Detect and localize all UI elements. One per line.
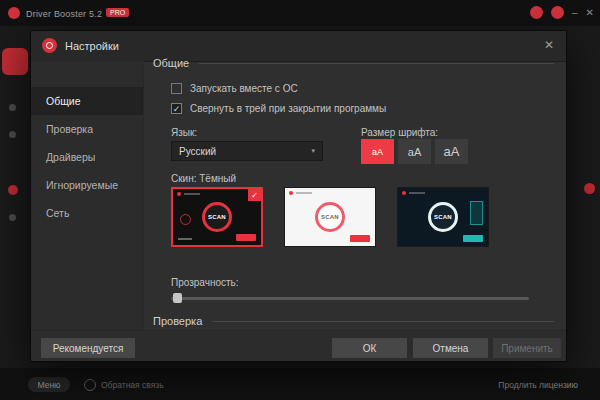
mini-scan-button: SCAN (202, 202, 232, 232)
rescue-center-button (2, 48, 28, 75)
mini-side-panel (470, 201, 483, 225)
settings-sidebar: Общие Проверка Драйверы Игнорируемые Сет… (31, 61, 144, 331)
language-selected-value: Русский (179, 146, 216, 157)
sidebar-item-network[interactable]: Сеть (31, 199, 143, 227)
font-size-large-button[interactable]: аА (435, 139, 468, 164)
mini-title-bar (184, 193, 200, 195)
ok-button[interactable]: ОК (332, 338, 407, 358)
sidebar-item-drivers[interactable]: Драйверы (31, 143, 143, 171)
mini-logo-icon (289, 191, 293, 195)
mini-title-bar (296, 192, 312, 194)
autostart-label: Запускать вместе с ОС (190, 83, 298, 94)
section-general: Общие (153, 57, 554, 69)
rail-dot-icon (9, 104, 16, 111)
tray-row: ✓ Свернуть в трей при закрытии программы (171, 103, 386, 114)
skin-label: Скин: Тёмный (171, 173, 236, 184)
section-divider (212, 321, 554, 322)
section-scan: Проверка (153, 315, 554, 327)
sidebar-item-ignored[interactable]: Игнорируемые (31, 171, 143, 199)
font-size-small-button[interactable]: аА (361, 139, 394, 164)
app-logo-icon (8, 7, 20, 19)
settings-dialog: Настройки ✕ Общие Проверка Драйверы Игно… (30, 30, 567, 362)
rail-dot-icon (9, 214, 16, 221)
language-dropdown[interactable]: Русский ▾ (171, 141, 323, 161)
mini-action-button (463, 235, 483, 242)
tray-checkbox[interactable]: ✓ (171, 103, 182, 114)
feedback-icon (84, 379, 96, 391)
minimize-button[interactable]: – (572, 6, 578, 19)
gift-icon[interactable] (530, 6, 543, 19)
driver-booster-window: Driver Booster 5.2 PRO – ✕ Меню Обратная… (0, 0, 600, 400)
selected-check-icon: ✓ (248, 189, 261, 201)
rail-dot-icon (9, 131, 16, 138)
mini-scan-button: SCAN (428, 202, 458, 232)
sidebar-item-general[interactable]: Общие (31, 87, 143, 115)
boost-indicator-icon (584, 183, 595, 194)
window-controls: – ✕ (530, 6, 594, 19)
font-size-label: Размер шрифта: (361, 127, 438, 138)
mini-logo-icon (402, 191, 406, 195)
mini-action-button (236, 234, 256, 241)
skin-thumb-light[interactable]: SCAN (284, 187, 376, 247)
statusbar-info-text: Обратная связь (101, 380, 164, 390)
slider-track[interactable] (171, 297, 529, 300)
autostart-row: Запускать вместе с ОС (171, 83, 298, 94)
close-button[interactable]: ✕ (586, 6, 594, 19)
sidebar-item-scan[interactable]: Проверка (31, 115, 143, 143)
statusbar: Меню Обратная связь Продлить лицензию (0, 368, 600, 400)
language-label: Язык: (171, 127, 197, 138)
skin-thumb-blue[interactable]: SCAN (397, 187, 489, 247)
mini-logo-icon (177, 192, 181, 196)
renew-license-link[interactable]: Продлить лицензию (498, 380, 578, 390)
transparency-label: Прозрачность: (171, 277, 239, 288)
recommended-button[interactable]: Рекомендуется (41, 338, 135, 358)
titlebar: Driver Booster 5.2 PRO – ✕ (0, 0, 600, 26)
notification-icon[interactable] (551, 6, 564, 19)
settings-logo-icon (42, 38, 57, 53)
mini-scan-button: SCAN (315, 202, 345, 232)
tray-label: Свернуть в трей при закрытии программы (190, 103, 386, 114)
autostart-checkbox[interactable] (171, 83, 182, 94)
mini-gauge-icon (180, 214, 191, 225)
transparency-slider[interactable] (171, 293, 529, 303)
font-size-medium-button[interactable]: аА (398, 139, 431, 164)
section-scan-title: Проверка (153, 315, 202, 327)
cancel-button[interactable]: Отмена (413, 338, 488, 358)
font-size-group: аА аА аА (361, 139, 468, 164)
section-general-title: Общие (153, 57, 189, 69)
section-divider (199, 63, 554, 64)
menu-button[interactable]: Меню (28, 377, 70, 392)
skin-row: SCAN ✓ SCAN SCAN (171, 187, 489, 247)
skin-thumb-dark[interactable]: SCAN ✓ (171, 187, 263, 247)
pro-badge: PRO (106, 8, 129, 17)
mini-title-bar (409, 192, 425, 194)
rail-red-dot-icon (8, 185, 18, 195)
chevron-down-icon: ▾ (311, 147, 315, 155)
app-title: Driver Booster 5.2 (26, 9, 102, 19)
dialog-footer: Рекомендуется ОК Отмена Применить (31, 330, 566, 361)
mini-action-button (350, 235, 370, 242)
mini-text-lines (178, 238, 192, 240)
dialog-title: Настройки (65, 40, 119, 52)
dialog-close-icon[interactable]: ✕ (544, 38, 554, 52)
apply-button: Применить (493, 338, 561, 358)
slider-handle[interactable] (173, 293, 182, 303)
